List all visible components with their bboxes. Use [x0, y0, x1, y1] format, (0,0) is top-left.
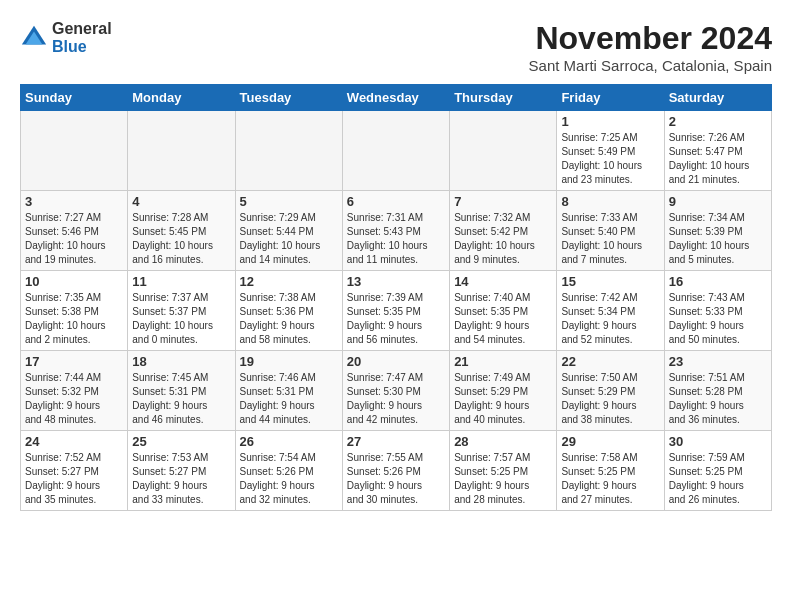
- day-number: 10: [25, 274, 123, 289]
- day-info: Sunrise: 7:27 AM Sunset: 5:46 PM Dayligh…: [25, 211, 123, 267]
- logo-blue-text: Blue: [52, 38, 112, 56]
- calendar-cell: 24Sunrise: 7:52 AM Sunset: 5:27 PM Dayli…: [21, 431, 128, 511]
- month-title: November 2024: [529, 20, 772, 57]
- weekday-header-saturday: Saturday: [664, 85, 771, 111]
- calendar-cell: 30Sunrise: 7:59 AM Sunset: 5:25 PM Dayli…: [664, 431, 771, 511]
- calendar-week-4: 17Sunrise: 7:44 AM Sunset: 5:32 PM Dayli…: [21, 351, 772, 431]
- day-number: 5: [240, 194, 338, 209]
- day-info: Sunrise: 7:43 AM Sunset: 5:33 PM Dayligh…: [669, 291, 767, 347]
- calendar-cell: 3Sunrise: 7:27 AM Sunset: 5:46 PM Daylig…: [21, 191, 128, 271]
- calendar-cell: 7Sunrise: 7:32 AM Sunset: 5:42 PM Daylig…: [450, 191, 557, 271]
- calendar-cell: 17Sunrise: 7:44 AM Sunset: 5:32 PM Dayli…: [21, 351, 128, 431]
- day-info: Sunrise: 7:25 AM Sunset: 5:49 PM Dayligh…: [561, 131, 659, 187]
- day-info: Sunrise: 7:46 AM Sunset: 5:31 PM Dayligh…: [240, 371, 338, 427]
- weekday-header-thursday: Thursday: [450, 85, 557, 111]
- day-number: 3: [25, 194, 123, 209]
- calendar-cell: 18Sunrise: 7:45 AM Sunset: 5:31 PM Dayli…: [128, 351, 235, 431]
- day-info: Sunrise: 7:57 AM Sunset: 5:25 PM Dayligh…: [454, 451, 552, 507]
- calendar-cell: 2Sunrise: 7:26 AM Sunset: 5:47 PM Daylig…: [664, 111, 771, 191]
- calendar-cell: 15Sunrise: 7:42 AM Sunset: 5:34 PM Dayli…: [557, 271, 664, 351]
- day-info: Sunrise: 7:44 AM Sunset: 5:32 PM Dayligh…: [25, 371, 123, 427]
- calendar-cell: 10Sunrise: 7:35 AM Sunset: 5:38 PM Dayli…: [21, 271, 128, 351]
- day-info: Sunrise: 7:35 AM Sunset: 5:38 PM Dayligh…: [25, 291, 123, 347]
- calendar-cell: 29Sunrise: 7:58 AM Sunset: 5:25 PM Dayli…: [557, 431, 664, 511]
- day-info: Sunrise: 7:40 AM Sunset: 5:35 PM Dayligh…: [454, 291, 552, 347]
- day-info: Sunrise: 7:26 AM Sunset: 5:47 PM Dayligh…: [669, 131, 767, 187]
- calendar-cell: 5Sunrise: 7:29 AM Sunset: 5:44 PM Daylig…: [235, 191, 342, 271]
- day-number: 22: [561, 354, 659, 369]
- day-number: 25: [132, 434, 230, 449]
- day-number: 18: [132, 354, 230, 369]
- day-info: Sunrise: 7:51 AM Sunset: 5:28 PM Dayligh…: [669, 371, 767, 427]
- day-number: 9: [669, 194, 767, 209]
- day-number: 14: [454, 274, 552, 289]
- calendar-week-1: 1Sunrise: 7:25 AM Sunset: 5:49 PM Daylig…: [21, 111, 772, 191]
- day-info: Sunrise: 7:39 AM Sunset: 5:35 PM Dayligh…: [347, 291, 445, 347]
- day-number: 27: [347, 434, 445, 449]
- weekday-header-monday: Monday: [128, 85, 235, 111]
- calendar-table: SundayMondayTuesdayWednesdayThursdayFrid…: [20, 84, 772, 511]
- calendar-cell: 27Sunrise: 7:55 AM Sunset: 5:26 PM Dayli…: [342, 431, 449, 511]
- day-info: Sunrise: 7:50 AM Sunset: 5:29 PM Dayligh…: [561, 371, 659, 427]
- day-info: Sunrise: 7:58 AM Sunset: 5:25 PM Dayligh…: [561, 451, 659, 507]
- calendar-cell: [128, 111, 235, 191]
- calendar-cell: [450, 111, 557, 191]
- day-number: 4: [132, 194, 230, 209]
- day-info: Sunrise: 7:45 AM Sunset: 5:31 PM Dayligh…: [132, 371, 230, 427]
- day-info: Sunrise: 7:55 AM Sunset: 5:26 PM Dayligh…: [347, 451, 445, 507]
- calendar-cell: 6Sunrise: 7:31 AM Sunset: 5:43 PM Daylig…: [342, 191, 449, 271]
- calendar-cell: 19Sunrise: 7:46 AM Sunset: 5:31 PM Dayli…: [235, 351, 342, 431]
- calendar-cell: 28Sunrise: 7:57 AM Sunset: 5:25 PM Dayli…: [450, 431, 557, 511]
- calendar-cell: 21Sunrise: 7:49 AM Sunset: 5:29 PM Dayli…: [450, 351, 557, 431]
- calendar-week-5: 24Sunrise: 7:52 AM Sunset: 5:27 PM Dayli…: [21, 431, 772, 511]
- day-number: 12: [240, 274, 338, 289]
- day-number: 19: [240, 354, 338, 369]
- day-number: 1: [561, 114, 659, 129]
- weekday-header-wednesday: Wednesday: [342, 85, 449, 111]
- day-number: 30: [669, 434, 767, 449]
- day-info: Sunrise: 7:52 AM Sunset: 5:27 PM Dayligh…: [25, 451, 123, 507]
- calendar-cell: 25Sunrise: 7:53 AM Sunset: 5:27 PM Dayli…: [128, 431, 235, 511]
- day-info: Sunrise: 7:37 AM Sunset: 5:37 PM Dayligh…: [132, 291, 230, 347]
- calendar-cell: 16Sunrise: 7:43 AM Sunset: 5:33 PM Dayli…: [664, 271, 771, 351]
- calendar-cell: 23Sunrise: 7:51 AM Sunset: 5:28 PM Dayli…: [664, 351, 771, 431]
- logo: General Blue: [20, 20, 112, 55]
- calendar-cell: [342, 111, 449, 191]
- page-header: General Blue November 2024 Sant Marti Sa…: [20, 20, 772, 74]
- calendar-cell: 12Sunrise: 7:38 AM Sunset: 5:36 PM Dayli…: [235, 271, 342, 351]
- day-number: 24: [25, 434, 123, 449]
- day-number: 20: [347, 354, 445, 369]
- day-info: Sunrise: 7:59 AM Sunset: 5:25 PM Dayligh…: [669, 451, 767, 507]
- calendar-cell: [235, 111, 342, 191]
- day-number: 21: [454, 354, 552, 369]
- day-number: 17: [25, 354, 123, 369]
- calendar-cell: 20Sunrise: 7:47 AM Sunset: 5:30 PM Dayli…: [342, 351, 449, 431]
- weekday-header-friday: Friday: [557, 85, 664, 111]
- day-info: Sunrise: 7:54 AM Sunset: 5:26 PM Dayligh…: [240, 451, 338, 507]
- calendar-week-3: 10Sunrise: 7:35 AM Sunset: 5:38 PM Dayli…: [21, 271, 772, 351]
- calendar-cell: 26Sunrise: 7:54 AM Sunset: 5:26 PM Dayli…: [235, 431, 342, 511]
- day-info: Sunrise: 7:47 AM Sunset: 5:30 PM Dayligh…: [347, 371, 445, 427]
- day-number: 13: [347, 274, 445, 289]
- day-info: Sunrise: 7:49 AM Sunset: 5:29 PM Dayligh…: [454, 371, 552, 427]
- logo-icon: [20, 24, 48, 52]
- location-subtitle: Sant Marti Sarroca, Catalonia, Spain: [529, 57, 772, 74]
- calendar-week-2: 3Sunrise: 7:27 AM Sunset: 5:46 PM Daylig…: [21, 191, 772, 271]
- calendar-cell: 9Sunrise: 7:34 AM Sunset: 5:39 PM Daylig…: [664, 191, 771, 271]
- calendar-cell: 4Sunrise: 7:28 AM Sunset: 5:45 PM Daylig…: [128, 191, 235, 271]
- day-info: Sunrise: 7:34 AM Sunset: 5:39 PM Dayligh…: [669, 211, 767, 267]
- calendar-cell: 11Sunrise: 7:37 AM Sunset: 5:37 PM Dayli…: [128, 271, 235, 351]
- title-block: November 2024 Sant Marti Sarroca, Catalo…: [529, 20, 772, 74]
- day-number: 29: [561, 434, 659, 449]
- day-info: Sunrise: 7:32 AM Sunset: 5:42 PM Dayligh…: [454, 211, 552, 267]
- day-info: Sunrise: 7:38 AM Sunset: 5:36 PM Dayligh…: [240, 291, 338, 347]
- day-number: 28: [454, 434, 552, 449]
- day-info: Sunrise: 7:31 AM Sunset: 5:43 PM Dayligh…: [347, 211, 445, 267]
- day-info: Sunrise: 7:42 AM Sunset: 5:34 PM Dayligh…: [561, 291, 659, 347]
- calendar-cell: 14Sunrise: 7:40 AM Sunset: 5:35 PM Dayli…: [450, 271, 557, 351]
- day-number: 26: [240, 434, 338, 449]
- day-number: 15: [561, 274, 659, 289]
- day-info: Sunrise: 7:28 AM Sunset: 5:45 PM Dayligh…: [132, 211, 230, 267]
- calendar-cell: 22Sunrise: 7:50 AM Sunset: 5:29 PM Dayli…: [557, 351, 664, 431]
- day-info: Sunrise: 7:29 AM Sunset: 5:44 PM Dayligh…: [240, 211, 338, 267]
